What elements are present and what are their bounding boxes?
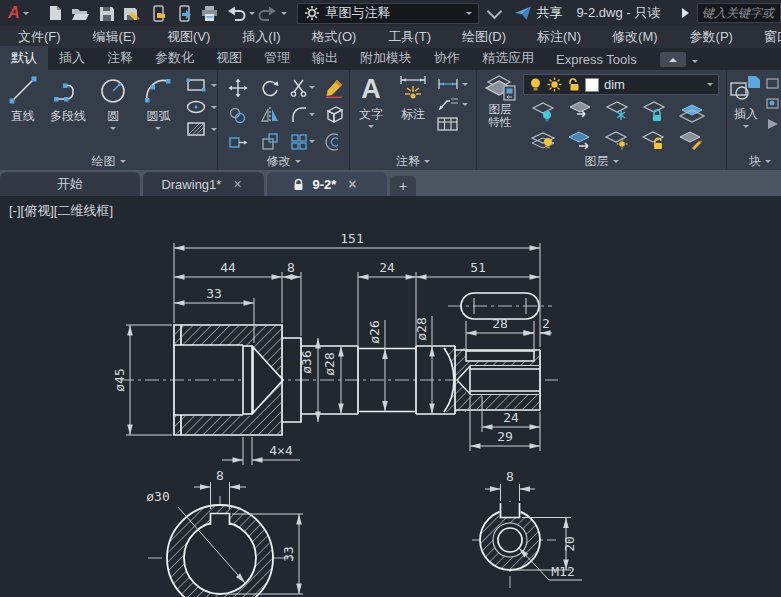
app-logo[interactable]: A bbox=[8, 4, 20, 22]
layer-match-button[interactable] bbox=[562, 126, 599, 154]
quick-access-customize-icon[interactable] bbox=[486, 3, 502, 19]
stretch-button[interactable] bbox=[222, 128, 254, 155]
ribbon-minimize-arrow-icon[interactable] bbox=[692, 60, 698, 63]
autocad-window: A bbox=[0, 0, 781, 597]
rectangle-button[interactable] bbox=[185, 76, 217, 94]
close-icon[interactable]: × bbox=[344, 176, 360, 192]
layer-change-button[interactable] bbox=[673, 126, 710, 154]
menu-format[interactable]: 格式(O) bbox=[303, 28, 366, 46]
menu-edit[interactable]: 编辑(E) bbox=[84, 28, 145, 46]
copy-button[interactable] bbox=[222, 101, 254, 128]
menu-tools[interactable]: 工具(T) bbox=[379, 28, 440, 46]
menu-modify[interactable]: 修改(M) bbox=[603, 28, 667, 46]
save-to-mobile-icon[interactable] bbox=[171, 2, 197, 24]
open-from-mobile-icon[interactable] bbox=[145, 2, 171, 24]
app-menu-arrow-icon[interactable] bbox=[23, 12, 29, 15]
menu-window[interactable]: 窗口(W) bbox=[755, 28, 781, 46]
polyline-button[interactable]: 多段线 bbox=[45, 70, 90, 138]
undo-icon[interactable] bbox=[223, 2, 249, 24]
panel-label-draw[interactable]: 绘图 bbox=[0, 153, 217, 169]
circle-icon bbox=[97, 74, 129, 106]
menu-parametric[interactable]: 参数(P) bbox=[681, 28, 742, 46]
text-button[interactable]: A 文字 bbox=[350, 70, 392, 132]
layer-on-all-button[interactable] bbox=[525, 126, 562, 154]
new-drawing-tab-button[interactable]: + bbox=[390, 176, 416, 196]
open-file-icon[interactable] bbox=[67, 2, 93, 24]
scale-button[interactable] bbox=[254, 128, 286, 155]
ribbon-tab-view[interactable]: 视图 bbox=[205, 46, 253, 70]
close-icon[interactable]: × bbox=[229, 176, 245, 192]
layer-isolate-button[interactable] bbox=[562, 98, 599, 126]
mirror-button[interactable] bbox=[254, 101, 286, 128]
panel-label-block[interactable]: 块 bbox=[727, 153, 781, 169]
ellipse-button[interactable] bbox=[185, 98, 217, 116]
layer-unlock-button[interactable] bbox=[636, 126, 673, 154]
fillet-button[interactable] bbox=[286, 101, 318, 128]
offset-button[interactable] bbox=[318, 128, 350, 155]
file-tab-9-2[interactable]: 9-2* × bbox=[267, 172, 387, 196]
layer-make-current-button[interactable] bbox=[673, 98, 710, 126]
table-button[interactable] bbox=[436, 116, 468, 132]
save-as-icon[interactable] bbox=[119, 2, 145, 24]
rotate-button[interactable] bbox=[254, 74, 286, 101]
workspace-switcher[interactable]: 草图与注释 bbox=[297, 3, 479, 24]
file-tab-drawing1[interactable]: Drawing1* × bbox=[143, 172, 264, 196]
menu-draw[interactable]: 绘图(D) bbox=[453, 28, 515, 46]
array-button[interactable] bbox=[286, 128, 318, 155]
insert-block-button[interactable]: 插入 bbox=[727, 70, 765, 132]
panel-label-modify[interactable]: 修改 bbox=[218, 153, 349, 169]
search-input[interactable]: 键入关键字或 bbox=[697, 3, 781, 23]
layer-dropdown[interactable]: dim bbox=[523, 74, 719, 95]
ribbon-tab-featured[interactable]: 精选应用 bbox=[471, 46, 545, 70]
plot-icon[interactable] bbox=[197, 2, 223, 24]
dim-sec33: 33 bbox=[281, 546, 296, 562]
ribbon-tab-express[interactable]: Express Tools bbox=[545, 49, 648, 70]
infocenter-expand-icon[interactable] bbox=[682, 8, 689, 18]
ribbon-tab-collaborate[interactable]: 协作 bbox=[423, 46, 471, 70]
hatch-button[interactable] bbox=[185, 120, 217, 138]
line-button[interactable]: 直线 bbox=[0, 70, 45, 138]
scale-icon bbox=[260, 132, 280, 152]
menu-dimension[interactable]: 标注(N) bbox=[528, 28, 590, 46]
menu-view[interactable]: 视图(V) bbox=[158, 28, 219, 46]
file-tab-start[interactable]: 开始 bbox=[0, 172, 140, 196]
arc-button[interactable]: 圆弧 bbox=[136, 70, 181, 138]
leader-icon bbox=[436, 96, 460, 112]
save-icon[interactable] bbox=[93, 2, 119, 24]
block-extra-tools[interactable] bbox=[765, 70, 781, 132]
move-button[interactable] bbox=[222, 74, 254, 101]
trim-button[interactable] bbox=[286, 74, 318, 101]
viewport-controls[interactable]: [-][俯视][二维线框] bbox=[9, 202, 113, 220]
dimension-button[interactable]: 标注 bbox=[392, 70, 434, 132]
menu-insert[interactable]: 插入(I) bbox=[233, 28, 289, 46]
layer-unlock-icon bbox=[567, 77, 580, 92]
ribbon-tab-parametric[interactable]: 参数化 bbox=[144, 46, 205, 70]
layer-properties-button[interactable]: 图层特性 bbox=[479, 73, 521, 129]
ribbon-tab-annotate[interactable]: 注释 bbox=[96, 46, 144, 70]
drawing-canvas[interactable]: [-][俯视][二维线框] bbox=[0, 196, 781, 597]
ribbon-tab-home[interactable]: 默认 bbox=[0, 46, 48, 70]
panel-label-annotate[interactable]: 注释 bbox=[350, 153, 476, 169]
ribbon-minimize-button[interactable] bbox=[660, 52, 686, 67]
layer-freeze-button[interactable] bbox=[599, 98, 636, 126]
erase-button[interactable] bbox=[318, 74, 350, 101]
circle-button[interactable]: 圆 bbox=[91, 70, 136, 138]
redo-history-arrow-icon[interactable] bbox=[281, 12, 287, 15]
ribbon-tab-addins[interactable]: 附加模块 bbox=[349, 46, 423, 70]
new-file-icon[interactable] bbox=[41, 2, 67, 24]
layer-lock-button[interactable] bbox=[636, 98, 673, 126]
leader-button[interactable] bbox=[436, 96, 468, 112]
redo-icon[interactable] bbox=[255, 2, 281, 24]
layer-thaw-all-button[interactable] bbox=[599, 126, 636, 154]
dim-8-top: 8 bbox=[287, 260, 295, 275]
ribbon-tab-output[interactable]: 输出 bbox=[301, 46, 349, 70]
panel-label-layers[interactable]: 图层 bbox=[477, 153, 726, 169]
share-button[interactable]: 共享 bbox=[514, 4, 563, 22]
ribbon-tab-bar: 默认 插入 注释 参数化 视图 管理 输出 附加模块 协作 精选应用 Expre… bbox=[0, 48, 781, 70]
layer-off-button[interactable] bbox=[525, 98, 562, 126]
explode-button[interactable] bbox=[318, 101, 350, 128]
ribbon-tab-insert[interactable]: 插入 bbox=[48, 46, 96, 70]
menu-file[interactable]: 文件(F) bbox=[9, 28, 70, 46]
ribbon-tab-manage[interactable]: 管理 bbox=[253, 46, 301, 70]
linear-dimension-button[interactable] bbox=[436, 76, 468, 92]
